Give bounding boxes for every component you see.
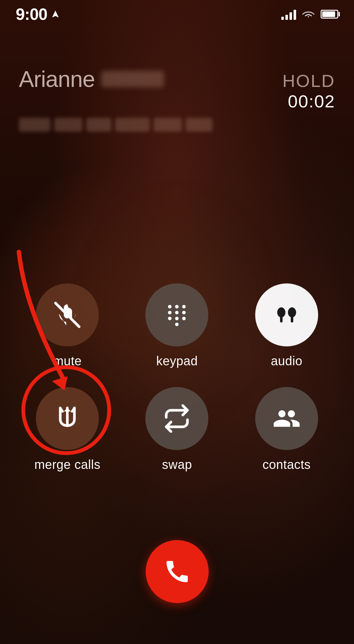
contacts-control[interactable]: contacts [238, 387, 335, 472]
caller-name: Arianne [19, 66, 164, 92]
merge-calls-icon [53, 404, 81, 433]
swap-label: swap [162, 458, 192, 472]
status-time: 9:00 [16, 5, 60, 24]
caller-number-blurred [19, 118, 335, 132]
svg-point-12 [279, 307, 284, 312]
svg-point-1 [168, 305, 171, 308]
audio-label: audio [271, 354, 302, 368]
keypad-button[interactable] [145, 283, 208, 346]
svg-rect-16 [291, 316, 293, 322]
swap-icon [163, 404, 191, 433]
mute-icon [53, 301, 81, 329]
svg-point-8 [175, 317, 179, 320]
swap-button[interactable] [145, 387, 208, 450]
contacts-label: contacts [262, 458, 311, 472]
svg-point-10 [175, 322, 179, 326]
end-call-container [146, 540, 209, 603]
audio-icon [271, 299, 302, 331]
svg-point-3 [182, 305, 186, 308]
mute-button[interactable] [36, 283, 99, 346]
controls-grid: mute keypad [19, 283, 335, 472]
contacts-button[interactable] [255, 387, 318, 450]
svg-rect-13 [280, 316, 283, 322]
end-call-button[interactable] [146, 540, 209, 603]
keypad-control[interactable]: keypad [128, 283, 225, 368]
keypad-label: keypad [156, 354, 198, 368]
time-display: 9:00 [16, 5, 47, 24]
swap-control[interactable]: swap [128, 387, 225, 472]
contacts-icon [273, 404, 301, 433]
svg-point-9 [182, 317, 186, 320]
svg-point-15 [290, 307, 294, 312]
location-icon [51, 10, 60, 19]
merge-calls-button[interactable] [36, 387, 99, 450]
merge-calls-control[interactable]: merge calls [19, 387, 116, 472]
audio-control[interactable]: audio [238, 283, 335, 368]
wifi-icon [302, 9, 315, 19]
keypad-icon [163, 301, 191, 329]
status-bar: 9:00 [0, 0, 354, 28]
merge-calls-label: merge calls [34, 458, 100, 472]
svg-point-2 [175, 305, 179, 308]
audio-button[interactable] [255, 283, 318, 346]
end-call-icon [163, 557, 191, 586]
call-info: Arianne HOLD 00:02 [19, 66, 335, 132]
svg-point-4 [168, 311, 171, 314]
mute-label: mute [53, 354, 82, 368]
battery-icon [321, 10, 338, 19]
svg-point-6 [182, 311, 186, 314]
mute-control[interactable]: mute [19, 283, 116, 368]
call-timer: 00:02 [282, 91, 335, 111]
signal-bars-icon [281, 9, 296, 20]
call-status: HOLD [282, 71, 335, 91]
status-icons [281, 9, 338, 20]
svg-point-5 [175, 311, 179, 314]
svg-point-7 [168, 317, 171, 320]
